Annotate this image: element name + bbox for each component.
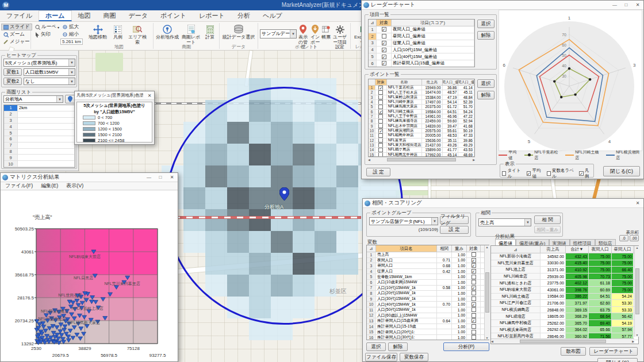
maximize-icon[interactable]: □ [155,173,166,182]
table-row[interactable]: NFL川崎幸店25939.00405.9870.7375.00 [491,274,638,280]
checkbox-cell[interactable] [467,280,481,285]
table-row[interactable]: 4NFL川崎中原店17497.0054.1452.39 [369,100,474,105]
list-item[interactable]: 12km [4,105,75,111]
checkbox[interactable] [378,114,383,118]
digits-decrease-button[interactable]: .0 [619,235,628,241]
checkbox-cell[interactable] [375,90,387,94]
checkbox-cell[interactable]: ✓ [467,269,481,274]
checkbox-cell[interactable]: ✓ [467,302,481,307]
zoom-button[interactable]: ズーム [1,31,32,38]
checkbox[interactable] [471,330,476,334]
checkbox-cell[interactable] [467,296,481,302]
checkbox[interactable]: ✓ [471,263,476,268]
table-row[interactable]: NFL横浜綱島店26848.00369.1563.7553.33 [491,307,638,314]
checkbox[interactable] [471,307,476,312]
digits-increase-button[interactable]: .00 [630,235,639,241]
table-row[interactable]: 3昼間人口0.681.00✓ [367,263,489,269]
checkbox-cell[interactable] [467,307,481,313]
scatter-button[interactable]: 散布図 [561,347,586,356]
table-row[interactable]: 13推計昼間人口(15歳未満0.641.00✓ [367,318,489,324]
menu-item[interactable]: ファイル(F) [5,182,33,190]
loupe-button[interactable]: ルーペ▾ [33,24,62,30]
items-clear-button[interactable]: 解除 [477,31,494,40]
points-select-button[interactable]: 選択 [477,79,494,88]
checkbox[interactable] [471,296,476,301]
shrink-button[interactable]: 縮小 [60,31,83,38]
checkbox-cell[interactable] [375,133,387,137]
mesh-type-combo[interactable]: 5次メッシュ(世界測地系)▼ [3,59,75,67]
v-scrollbar[interactable]: ▲▼ [484,245,489,340]
menu-item[interactable]: 表示(V) [66,182,83,190]
v-scrollbar[interactable]: ▲▼ [634,246,639,337]
checkbox-cell[interactable]: ✓ [375,110,387,114]
table-row[interactable]: 8人口(20代)15M4W_1k1.00 [367,291,489,296]
analyze-button[interactable]: 分析(P) [443,342,489,351]
checkbox[interactable]: ✓ [382,41,386,45]
checkbox[interactable] [378,133,383,137]
checkbox[interactable] [471,324,476,329]
table-row[interactable]: NFL横浜東蒔田店26292.00364.0265.6657.94 [491,327,638,334]
table-row[interactable]: 2昼間人口_偏差値 [369,33,474,40]
table-row[interactable]: 14推計昼間人口(15-19歳1.00 [367,324,489,330]
checkbox[interactable] [471,313,476,318]
table-row[interactable]: 9人口(30代)15M4W_1k1.00 [367,296,489,302]
form-button[interactable]: 帳票 [321,23,331,40]
checkbox-cell[interactable]: ✓ [467,258,481,263]
checkbox[interactable]: ✓ [471,269,476,274]
maximize-icon[interactable]: □ [620,1,632,9]
checkbox-cell[interactable] [375,119,387,123]
checkbox-cell[interactable]: ✓ [377,40,392,47]
table-row[interactable]: 10人口(40代)15M4W_1k0.701.00✓ [367,302,489,307]
tab-ファイル[interactable]: ファイル [0,10,39,21]
analysis-point-pin[interactable] [279,187,289,203]
checkbox-cell[interactable] [467,291,481,296]
table-row[interactable]: 1✓夜間人口_偏差値 [369,26,474,33]
table-row[interactable]: NFL練馬中村橋店25262.00365.7069.4054.19 [491,320,638,327]
var2-button[interactable]: 変数2 [3,78,22,85]
close-icon[interactable]: ✕ [166,173,178,182]
table-row[interactable]: NFL池上店31371.00410.9275.0066.40 [491,267,638,274]
checkbox[interactable]: ✓ [471,258,476,263]
display-checkbox[interactable]: タイトル [502,168,524,179]
table-row[interactable]: 7人口(10代)15M4W_1k0.581.00✓ [367,286,489,291]
menu-item[interactable]: 編集(E) [41,182,58,190]
map-move-button[interactable]: 地図移動 [87,23,109,40]
minimize-icon[interactable]: — [143,173,155,182]
corr-to-weight-button[interactable]: 相関→重み [534,226,561,233]
checkbox-cell[interactable] [375,138,387,143]
checkbox[interactable] [382,34,386,38]
trade-area-combo[interactable]: 分析地A▼ [3,95,63,103]
table-row[interactable]: 12NFL富里店15636.0035.1139.86 [369,138,474,143]
table-row[interactable]: 5NFL練馬南大泉店20375.0061.7251.70 [369,105,474,109]
table-row[interactable]: 1売上高1.00 [367,252,489,258]
list-item[interactable]: 6 [4,136,75,143]
checkbox[interactable] [378,105,383,109]
list-item[interactable]: 2 [4,111,75,118]
tab-ポイント[interactable]: ポイント [154,10,193,21]
table-row[interactable]: 2夜間人口0.711.00✓ [367,258,489,264]
radar-close-button[interactable]: 閉じる(C) [603,166,640,176]
legend-button[interactable]: 凡例 [109,23,127,40]
checkbox[interactable]: ✓ [378,86,383,90]
checkbox-cell[interactable] [377,33,392,40]
corr-close-button[interactable]: 閉じる(C) [597,358,638,362]
checkbox-cell[interactable]: ✓ [377,26,392,33]
table-row[interactable]: 15推計昼間人口(20代)1:1.00 [367,329,489,335]
measure-button[interactable]: メジャー [1,38,32,45]
checkbox[interactable] [471,291,476,295]
table-row[interactable]: NFL新宿小滝橋店34592.00432.4375.0075.00 [491,253,638,260]
checkbox[interactable] [471,335,476,340]
tab-分析[interactable]: 分析 [231,10,256,21]
enlarge-button[interactable]: 拡大 [60,24,83,30]
checkbox[interactable] [378,148,383,152]
table-row[interactable]: 8NFL練馬東福寺店22459.0059.6052.94 [369,119,474,124]
correlation-button[interactable]: 相 関 [534,215,561,224]
table-row[interactable]: 6✓NFL川崎土橋店19584.0064.5154.24 [369,110,474,114]
list-item[interactable]: 10 [4,161,75,167]
checkbox-cell[interactable] [375,148,387,152]
table-row[interactable]: 5世帯数15M4W_1km1.00 [367,274,489,280]
checkbox[interactable] [502,171,506,176]
checkbox-cell[interactable] [467,274,481,279]
table-row[interactable]: 12人口(60歳以上)15M4W1.00 [367,313,489,319]
table-row[interactable]: NFL川崎土橋店19584.00386.2264.5154.24 [491,294,638,301]
